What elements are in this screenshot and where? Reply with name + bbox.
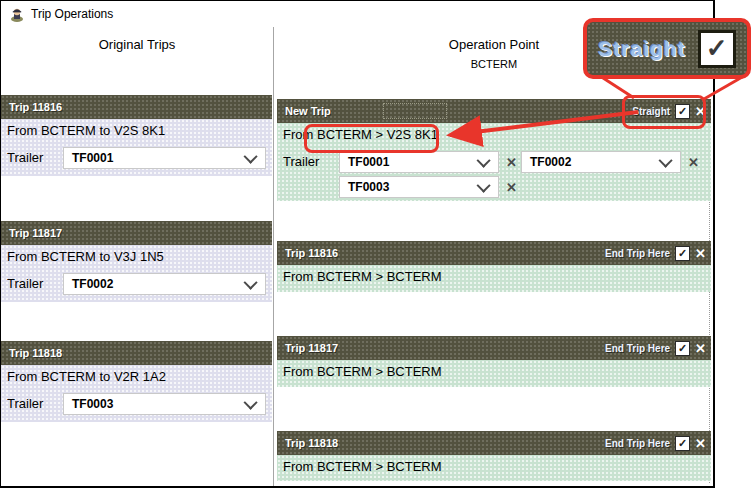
trailer-dropdown[interactable]: TF0002 (63, 273, 266, 295)
new-trip-route: From BCTERM > V2S 8K1 (283, 127, 438, 142)
trip-route: From BCTERM > BCTERM (283, 459, 442, 474)
end-trip-here-label: End Trip Here (605, 343, 670, 354)
end-trip-checkbox[interactable]: ✓ (675, 341, 690, 356)
checkmark-icon: ✓ (678, 343, 687, 354)
trip-card-body: From BCTERM > BCTERM (277, 265, 711, 292)
trip-card-body: From BCTERM to V3J 1N5 Trailer TF0002 (1, 245, 272, 302)
original-trip-card-11818: Trip 11818 From BCTERM to V2R 1A2 Traile… (1, 341, 272, 422)
checkmark-icon: ✓ (678, 248, 687, 259)
end-trip-checkbox[interactable]: ✓ (675, 436, 690, 451)
new-trip-header-controls: Straight ✓ ✕ (632, 99, 706, 123)
trailer-value: TF0001 (340, 155, 480, 169)
original-trip-card-11817: Trip 11817 From BCTERM to V3J 1N5 Traile… (1, 221, 272, 302)
trailer-label: Trailer (7, 276, 43, 291)
new-trip-card: New Trip Straight ✓ ✕ From BCTERM > V2S … (277, 99, 711, 201)
column-divider (273, 27, 274, 486)
end-trip-here-label: End Trip Here (605, 248, 670, 259)
trip-route: From BCTERM > BCTERM (283, 364, 442, 379)
trip-route: From BCTERM to V2S 8K1 (7, 123, 165, 138)
trailer-value: TF0002 (522, 155, 662, 169)
left-column-header: Original Trips (1, 37, 273, 52)
trailer-label: Trailer (7, 150, 43, 165)
new-trip-header: New Trip Straight ✓ ✕ (277, 99, 711, 123)
new-trip-body: From BCTERM > V2S 8K1 Trailer TF0001 ✕ T… (277, 123, 711, 201)
trailer-value: TF0002 (64, 277, 247, 291)
trip-title: Trip 11816 (285, 247, 338, 259)
trip-card-header: Trip 11817 (1, 221, 272, 245)
header-controls: End Trip Here ✓ ✕ (605, 431, 706, 455)
trailer-value: TF0003 (64, 397, 247, 411)
close-icon[interactable]: ✕ (695, 437, 706, 450)
trip-card-body: From BCTERM > BCTERM (277, 455, 711, 481)
trip-card-header: Trip 11816 (1, 95, 272, 119)
header-controls: End Trip Here ✓ ✕ (605, 336, 706, 360)
window-title: Trip Operations (31, 7, 113, 21)
trip-card-header: Trip 11818 End Trip Here ✓ ✕ (277, 431, 711, 455)
trip-card-body: From BCTERM to V2R 1A2 Trailer TF0003 (1, 365, 272, 422)
trip-route: From BCTERM to V3J 1N5 (7, 249, 164, 264)
trailer-label: Trailer (283, 154, 319, 169)
worker-person-icon (9, 6, 25, 22)
straight-callout-annotation: Straight ✓ (583, 18, 751, 79)
original-trip-card-11816: Trip 11816 From BCTERM to V2S 8K1 Traile… (1, 95, 272, 176)
straight-checkbox[interactable]: ✓ (675, 104, 690, 119)
remove-trailer-icon[interactable]: ✕ (506, 181, 517, 194)
focus-rect (383, 103, 447, 119)
header-controls: End Trip Here ✓ ✕ (605, 241, 706, 265)
remove-trailer-icon[interactable]: ✕ (506, 156, 517, 169)
end-trip-here-label: End Trip Here (605, 438, 670, 449)
close-icon[interactable]: ✕ (695, 105, 706, 118)
trip-title: Trip 11817 (9, 227, 62, 239)
trip-route: From BCTERM > BCTERM (283, 269, 442, 284)
trip-card-header: Trip 11816 End Trip Here ✓ ✕ (277, 241, 711, 265)
trip-operations-screen: Trip Operations Original Trips Operation… (0, 0, 753, 491)
trailer-value: TF0003 (340, 180, 480, 194)
trailer-value: TF0001 (64, 151, 247, 165)
straight-label: Straight (632, 106, 670, 117)
trailer-dropdown[interactable]: TF0003 (63, 393, 266, 415)
callout-straight-checkbox: ✓ (698, 30, 736, 68)
trip-title: Trip 11818 (285, 437, 338, 449)
close-icon[interactable]: ✕ (695, 247, 706, 260)
result-trip-card-11818: Trip 11818 End Trip Here ✓ ✕ From BCTERM… (277, 431, 711, 481)
result-trip-card-11817: Trip 11817 End Trip Here ✓ ✕ From BCTERM… (277, 336, 711, 387)
result-trip-card-11816: Trip 11816 End Trip Here ✓ ✕ From BCTERM… (277, 241, 711, 292)
window-titlebar: Trip Operations (1, 1, 113, 27)
checkmark-icon: ✓ (678, 106, 687, 117)
trailer-dropdown-1[interactable]: TF0001 (339, 151, 499, 173)
trip-card-header: Trip 11818 (1, 341, 272, 365)
checkmark-icon: ✓ (678, 438, 687, 449)
trip-title: Trip 11817 (285, 342, 338, 354)
remove-trailer-icon[interactable]: ✕ (688, 156, 699, 169)
trip-card-body: From BCTERM > BCTERM (277, 360, 711, 387)
end-trip-checkbox[interactable]: ✓ (675, 246, 690, 261)
trailer-dropdown[interactable]: TF0001 (63, 147, 266, 169)
trailer-label: Trailer (7, 396, 43, 411)
route-prefix: From (283, 127, 313, 142)
trip-route: From BCTERM to V2R 1A2 (7, 369, 166, 384)
trip-title: Trip 11816 (9, 101, 62, 113)
trailer-dropdown-3[interactable]: TF0003 (339, 176, 499, 198)
trip-card-body: From BCTERM to V2S 8K1 Trailer TF0001 (1, 119, 272, 176)
trip-card-header: Trip 11817 End Trip Here ✓ ✕ (277, 336, 711, 360)
callout-straight-label: Straight (598, 37, 685, 61)
checkmark-icon: ✓ (706, 33, 728, 64)
close-icon[interactable]: ✕ (695, 342, 706, 355)
trailer-dropdown-2[interactable]: TF0002 (521, 151, 681, 173)
trip-title: Trip 11818 (9, 347, 62, 359)
trip-title: New Trip (285, 105, 331, 117)
route-highlight: BCTERM > V2S 8K1 (317, 127, 438, 142)
